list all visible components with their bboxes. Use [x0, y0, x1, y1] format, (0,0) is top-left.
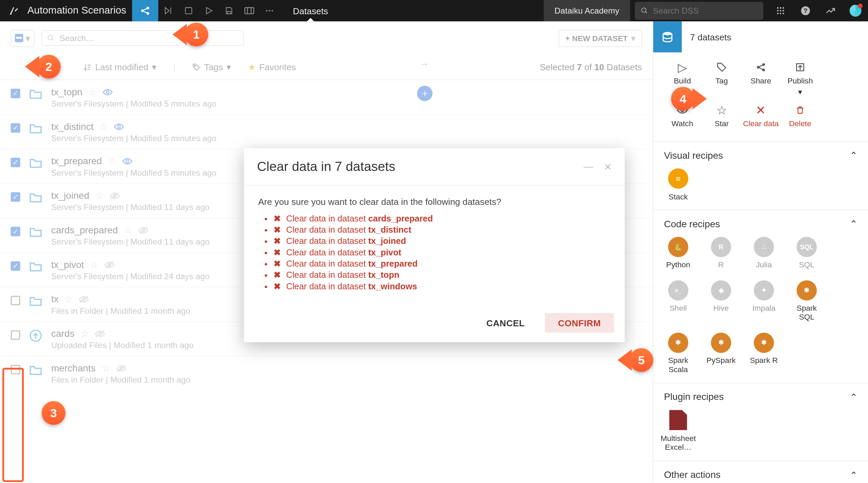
flow-tab[interactable]	[132, 0, 158, 21]
section-visual-title: Visual recipes	[664, 150, 723, 161]
modal-clear-item: ✖ Clear data in dataset cards_prepared	[274, 214, 610, 223]
svg-rect-8	[245, 7, 254, 14]
apps-icon[interactable]	[768, 0, 793, 21]
svg-point-11	[266, 10, 268, 12]
svg-point-19	[777, 10, 779, 12]
right-panel-actions: ▷Build Tag Share Publish ▾ Watch ☆Star ✕…	[653, 52, 868, 141]
action-star[interactable]: ☆Star	[702, 103, 741, 128]
confirm-button[interactable]: CONFIRM	[545, 313, 614, 333]
section-other-actions: Other actions⌃	[653, 461, 868, 483]
svg-point-51	[663, 32, 672, 35]
recipe-python[interactable]: 🐍Python	[664, 237, 692, 269]
modal-clear-item: ✖ Clear data in dataset tx_pivot	[274, 248, 610, 257]
recipe-impala[interactable]: ✦Impala	[750, 280, 778, 322]
recipe-julia[interactable]: ∴Julia	[750, 237, 778, 269]
modal-clear-item: ✖ Clear data in dataset tx_joined	[274, 236, 610, 246]
section-code-recipes: Code recipes⌃ 🐍PythonRR∴JuliaSQLSQL>_She…	[653, 210, 868, 383]
chevron-icon[interactable]: ⌃	[850, 469, 857, 481]
action-share[interactable]: Share	[741, 61, 781, 96]
section-plugin-recipes: Plugin recipes⌃ Multisheet Excel…	[653, 383, 868, 461]
modal-title: Clear data in 7 datasets	[257, 159, 395, 174]
nav-icon-1[interactable]	[158, 0, 179, 21]
recipe-sql[interactable]: SQLSQL	[792, 237, 821, 269]
logo-icon[interactable]	[0, 0, 27, 21]
modal-minimize[interactable]: —	[584, 161, 593, 172]
top-nav: Automation Scenarios Datasets Dataiku Ac…	[0, 0, 868, 21]
modal-close[interactable]: ✕	[604, 161, 612, 172]
svg-rect-7	[228, 12, 231, 14]
project-title[interactable]: Automation Scenarios	[27, 5, 132, 17]
datasets-icon	[653, 21, 682, 52]
recipe-spark-scala[interactable]: ✱Spark Scala	[664, 332, 692, 374]
callout-5: 5	[629, 348, 653, 372]
svg-point-12	[269, 10, 271, 12]
nav-icon-more[interactable]	[260, 0, 280, 21]
modal-clear-item: ✖ Clear data in dataset tx_windows	[274, 282, 610, 291]
chevron-icon[interactable]: ⌃	[850, 391, 857, 403]
clear-data-modal: Clear data in 7 datasets — ✕ Are you sur…	[244, 148, 625, 342]
recipe-spark-r[interactable]: ✱Spark R	[750, 332, 778, 374]
user-avatar[interactable]	[843, 0, 868, 21]
action-publish[interactable]: Publish ▾	[781, 61, 820, 96]
svg-point-13	[272, 10, 273, 12]
right-panel: 7 datasets ▷Build Tag Share Publish ▾ Wa…	[653, 21, 868, 482]
recipe-stack[interactable]: ≡Stack	[664, 169, 692, 201]
action-tag[interactable]: Tag	[702, 61, 741, 96]
callout-2: 2	[37, 55, 61, 78]
global-search[interactable]	[635, 2, 763, 20]
modal-clear-item: ✖ Clear data in dataset tx_prepared	[274, 259, 610, 268]
svg-marker-6	[206, 7, 212, 14]
svg-point-24	[783, 13, 784, 14]
recipe-r[interactable]: RR	[707, 237, 735, 269]
nav-icon-grid[interactable]	[239, 0, 260, 21]
svg-point-16	[777, 7, 779, 9]
cancel-button[interactable]: CANCEL	[473, 313, 538, 333]
section-other-title: Other actions	[664, 470, 721, 481]
svg-point-23	[780, 13, 782, 14]
svg-point-22	[777, 13, 779, 14]
academy-link[interactable]: Dataiku Academy	[544, 0, 630, 21]
callout-3-box	[2, 368, 24, 482]
action-delete[interactable]: Delete	[781, 103, 820, 128]
chevron-icon[interactable]: ⌃	[850, 218, 857, 230]
recipe-multisheet-excel[interactable]: Multisheet Excel…	[664, 410, 692, 452]
svg-point-14	[642, 8, 646, 12]
callout-4: 4	[671, 87, 695, 111]
svg-point-17	[780, 7, 782, 9]
help-icon[interactable]: ?	[793, 0, 818, 21]
right-panel-title: 7 datasets	[682, 32, 731, 42]
modal-clear-item: ✖ Clear data in dataset tx_topn	[274, 270, 610, 280]
modal-question: Are you sure you want to clear data in t…	[258, 196, 610, 207]
nav-icon-2[interactable]	[179, 0, 199, 21]
svg-marker-3	[165, 7, 170, 14]
section-plugin-title: Plugin recipes	[664, 392, 724, 403]
recipe-spark-sql[interactable]: ✱Spark SQL	[792, 280, 821, 322]
section-code-title: Code recipes	[664, 219, 720, 230]
nav-icon-play[interactable]	[199, 0, 219, 21]
recipe-shell[interactable]: >_Shell	[664, 280, 692, 322]
svg-point-18	[783, 7, 784, 9]
svg-text:?: ?	[804, 7, 807, 14]
svg-point-20	[780, 10, 782, 12]
modal-clear-item: ✖ Clear data in dataset tx_distinct	[274, 225, 610, 234]
global-search-input[interactable]	[653, 6, 757, 16]
nav-icon-save[interactable]	[219, 0, 239, 21]
callout-1: 1	[184, 23, 208, 46]
activity-icon[interactable]	[818, 0, 843, 21]
tab-datasets[interactable]: Datasets	[280, 0, 341, 21]
section-visual-recipes: Visual recipes⌃ ≡Stack	[653, 142, 868, 210]
chevron-icon[interactable]: ⌃	[850, 150, 857, 161]
svg-point-21	[783, 10, 784, 12]
recipe-pyspark[interactable]: ✱PySpark	[707, 332, 735, 374]
recipe-hive[interactable]: ◆Hive	[707, 280, 735, 322]
main-panel: ▾ + NEW DATASET▾ Last modified▾ |	[0, 21, 653, 482]
action-clear-data[interactable]: ✕Clear data	[741, 103, 781, 128]
svg-line-15	[645, 12, 647, 13]
callout-3: 3	[42, 401, 65, 425]
svg-rect-5	[185, 7, 192, 14]
